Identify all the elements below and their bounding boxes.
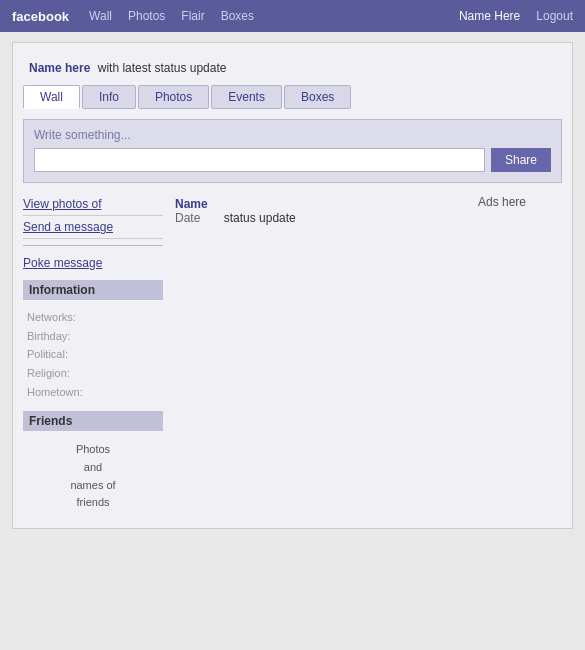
information-header: Information <box>23 280 163 300</box>
feed-item: Name Date status update <box>175 193 430 229</box>
left-sidebar: View photos of Send a message Poke messa… <box>23 193 163 518</box>
tab-info[interactable]: Info <box>82 85 136 109</box>
write-input[interactable] <box>34 148 485 172</box>
info-political: Political: <box>27 345 159 364</box>
top-navigation: facebook Wall Photos Flair Boxes Name He… <box>0 0 585 32</box>
friends-section: Friends Photosandnames offriends <box>23 411 163 517</box>
feed-date: Date <box>175 211 200 225</box>
tab-bar: Wall Info Photos Events Boxes <box>23 85 562 109</box>
info-religion: Religion: <box>27 364 159 383</box>
send-message-link[interactable]: Send a message <box>23 216 163 239</box>
info-list: Networks: Birthday: Political: Religion:… <box>23 304 163 409</box>
ads-label: Ads here <box>478 195 526 209</box>
write-row: Share <box>34 148 551 172</box>
tab-photos[interactable]: Photos <box>138 85 209 109</box>
info-networks: Networks: <box>27 308 159 327</box>
center-feed: Name Date status update <box>175 193 430 518</box>
nav-right-section: Name Here Logout <box>459 9 573 23</box>
poke-message-link[interactable]: Poke message <box>23 252 163 274</box>
share-button[interactable]: Share <box>491 148 551 172</box>
feed-status: status update <box>224 211 296 225</box>
tab-boxes[interactable]: Boxes <box>284 85 351 109</box>
nav-boxes[interactable]: Boxes <box>221 9 254 23</box>
profile-status: with latest status update <box>98 61 227 75</box>
sidebar-divider <box>23 245 163 246</box>
profile-name: Name here <box>29 61 90 75</box>
nav-wall[interactable]: Wall <box>89 9 112 23</box>
info-hometown: Hometown: <box>27 383 159 402</box>
tab-events[interactable]: Events <box>211 85 282 109</box>
nav-photos[interactable]: Photos <box>128 9 165 23</box>
tab-wall[interactable]: Wall <box>23 85 80 109</box>
info-birthday: Birthday: <box>27 327 159 346</box>
logout-button[interactable]: Logout <box>536 9 573 23</box>
nav-flair[interactable]: Flair <box>181 9 204 23</box>
nav-user-name: Name Here <box>459 9 520 23</box>
right-ads: Ads here <box>442 193 562 518</box>
main-container: Name here with latest status update Wall… <box>12 42 573 529</box>
feed-name: Name <box>175 197 208 211</box>
friends-header: Friends <box>23 411 163 431</box>
write-label: Write something... <box>34 128 551 142</box>
friends-content: Photosandnames offriends <box>23 435 163 517</box>
profile-header: Name here with latest status update <box>23 53 562 85</box>
brand-logo: facebook <box>12 9 69 24</box>
write-box: Write something... Share <box>23 119 562 183</box>
view-photos-link[interactable]: View photos of <box>23 193 163 216</box>
content-row: View photos of Send a message Poke messa… <box>23 193 562 518</box>
